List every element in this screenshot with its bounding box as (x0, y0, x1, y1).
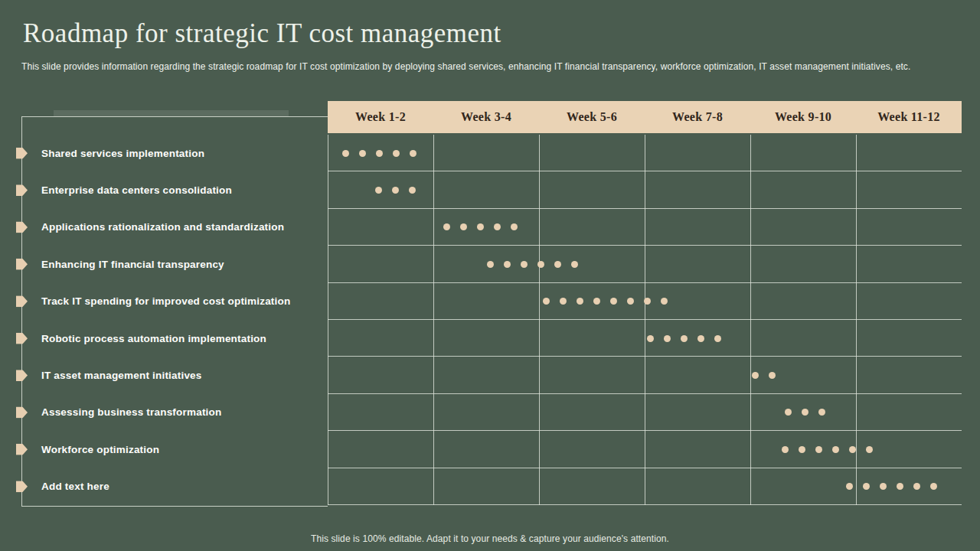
gantt-dot-row (846, 468, 937, 505)
timeline-dot (554, 261, 561, 268)
task-label: Applications rationalization and standar… (41, 221, 284, 233)
task-row: Track IT spending for improved cost opti… (21, 283, 328, 320)
task-row: IT asset management initiatives (21, 357, 328, 393)
timeline-dot (647, 335, 654, 342)
decorative-strip (54, 110, 289, 116)
timeline-dot (392, 187, 399, 194)
timeline-dot (752, 372, 759, 379)
arrow-marker-icon (16, 370, 28, 381)
timeline-dot (571, 261, 578, 268)
timeline-dot (342, 150, 349, 157)
timeline-dot (644, 298, 651, 305)
week-header-cell: Week 5-6 (539, 101, 645, 133)
timeline-dot (627, 298, 634, 305)
timeline-dot (494, 223, 501, 230)
week-header-row: Week 1-2 Week 3-4 Week 5-6 Week 7-8 Week… (328, 101, 962, 133)
arrow-marker-icon (16, 406, 28, 418)
task-label: Robotic process automation implementatio… (41, 333, 266, 344)
timeline-dot (769, 372, 776, 379)
timeline-dot (393, 150, 400, 157)
gantt-dot-row (785, 394, 825, 431)
task-row: Enterprise data centers consolidation (21, 171, 328, 208)
task-row: Shared services implementation (21, 135, 328, 171)
arrow-marker-icon (16, 295, 28, 307)
week-header-cell: Week 7-8 (645, 101, 750, 133)
timeline-dot (376, 150, 383, 157)
task-row: Assessing business transformation (21, 394, 328, 431)
timeline-dot (359, 150, 366, 157)
page-title: Roadmap for strategic IT cost management (23, 20, 501, 48)
gantt-dot-row (375, 171, 416, 208)
timeline-dot (577, 298, 583, 305)
week-header-cell: Week 1-2 (328, 101, 433, 133)
timeline-dot (849, 446, 856, 453)
timeline-dot (409, 187, 416, 194)
gantt-dot-row (647, 320, 721, 357)
arrow-marker-icon (16, 333, 28, 344)
timeline-dot (832, 446, 839, 453)
task-row: Add text here (21, 468, 328, 505)
task-label: Assessing business transformation (41, 406, 221, 418)
timeline-dot (543, 298, 550, 305)
timeline-dot (815, 446, 822, 453)
gantt-dot-row (443, 209, 518, 246)
timeline-dot (477, 223, 484, 230)
timeline-dot (560, 298, 567, 305)
arrow-marker-icon (16, 444, 28, 455)
timeline-dot (487, 261, 494, 268)
gantt-dot-row (752, 357, 776, 393)
task-label: Enhancing IT financial transparency (41, 259, 224, 270)
task-label: Track IT spending for improved cost opti… (41, 295, 290, 307)
timeline-dot (511, 223, 518, 230)
timeline-dot (504, 261, 511, 268)
timeline-dot (785, 409, 792, 416)
timeline-dot (866, 446, 873, 453)
timeline-dot (521, 261, 528, 268)
arrow-marker-icon (16, 259, 28, 270)
slide-subtitle: This slide provides information regardin… (21, 61, 940, 72)
timeline-dot (593, 298, 600, 305)
task-row: Applications rationalization and standar… (21, 209, 328, 246)
timeline-dot (664, 335, 671, 342)
timeline-dot (537, 261, 544, 268)
gantt-dot-row (342, 135, 416, 171)
timeline-dot (443, 223, 450, 230)
timeline-dot (714, 335, 721, 342)
arrow-marker-icon (16, 481, 28, 492)
arrow-marker-icon (16, 221, 28, 233)
timeline-dot (460, 223, 467, 230)
week-header-cell: Week 9-10 (750, 101, 856, 133)
slide-footer-note: This slide is 100% editable. Adapt it to… (0, 533, 980, 544)
gantt-dot-row (487, 246, 578, 282)
timeline-dot (681, 335, 688, 342)
task-row: Enhancing IT financial transparency (21, 246, 328, 282)
timeline-dot (410, 150, 416, 157)
task-row: Robotic process automation implementatio… (21, 320, 328, 357)
task-label: Enterprise data centers consolidation (41, 184, 232, 196)
gantt-dot-row (782, 431, 873, 468)
timeline-dot (930, 483, 937, 490)
task-label: Shared services implementation (41, 148, 204, 159)
timeline-dot (863, 483, 870, 490)
timeline-dot (818, 409, 825, 416)
timeline-dot (782, 446, 789, 453)
gantt-dot-row (543, 283, 668, 320)
task-label: IT asset management initiatives (41, 370, 202, 381)
timeline-dot (697, 335, 704, 342)
timeline-dot (913, 483, 920, 490)
timeline-dot (897, 483, 903, 490)
week-header-cell: Week 11-12 (856, 101, 962, 133)
gantt-grid (328, 135, 962, 505)
timeline-dot (610, 298, 617, 305)
task-row: Workforce optimization (21, 431, 328, 468)
timeline-dot (799, 446, 805, 453)
timeline-dot (375, 187, 382, 194)
arrow-marker-icon (16, 148, 28, 159)
timeline-dot (846, 483, 853, 490)
task-label: Add text here (41, 481, 109, 492)
timeline-dot (661, 298, 668, 305)
task-list: Shared services implementation Enterpris… (21, 135, 328, 505)
timeline-dot (802, 409, 808, 416)
task-label: Workforce optimization (41, 444, 159, 455)
week-header-cell: Week 3-4 (433, 101, 539, 133)
